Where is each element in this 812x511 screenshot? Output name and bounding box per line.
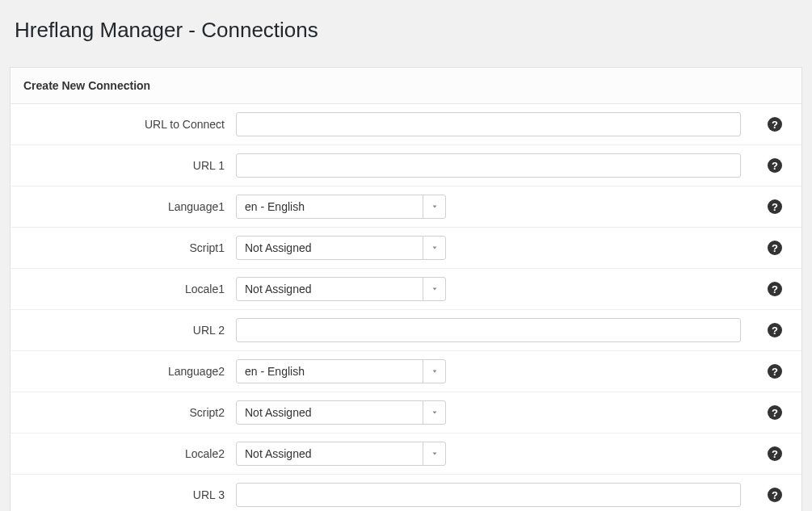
help-icon[interactable]: ? xyxy=(768,405,782,420)
form-row-script2: Script2Not Assigned? xyxy=(11,392,801,434)
label-url2: URL 2 xyxy=(22,324,236,337)
help-icon[interactable]: ? xyxy=(768,241,782,255)
help-icon[interactable]: ? xyxy=(768,488,782,502)
label-locale2: Locale2 xyxy=(22,447,236,460)
chevron-down-icon xyxy=(423,195,445,218)
label-url_to_connect: URL to Connect xyxy=(22,118,236,131)
locale1-select[interactable]: Not Assigned xyxy=(236,277,446,301)
help-icon[interactable]: ? xyxy=(768,199,782,214)
field-col-url1 xyxy=(236,153,747,178)
form-row-locale2: Locale2Not Assigned? xyxy=(11,434,801,475)
field-col-url_to_connect xyxy=(236,112,747,136)
chevron-down-icon xyxy=(423,442,445,465)
help-col-language2: ? xyxy=(747,364,790,379)
form-row-script1: Script1Not Assigned? xyxy=(11,228,801,269)
help-icon[interactable]: ? xyxy=(768,282,782,296)
field-col-url3 xyxy=(236,483,747,507)
field-col-locale1: Not Assigned xyxy=(236,277,747,301)
help-col-language1: ? xyxy=(747,199,790,214)
help-icon[interactable]: ? xyxy=(768,158,782,173)
help-icon[interactable]: ? xyxy=(768,446,782,461)
url3-input[interactable] xyxy=(236,483,741,507)
form-row-url3: URL 3? xyxy=(11,475,801,511)
chevron-down-icon xyxy=(423,360,445,383)
field-col-language1: en - English xyxy=(236,195,747,219)
field-col-language2: en - English xyxy=(236,359,747,383)
help-col-url2: ? xyxy=(747,323,790,337)
label-script1: Script1 xyxy=(22,241,236,254)
language2-select-value: en - English xyxy=(237,365,423,378)
form-row-language1: Language1en - English? xyxy=(11,186,801,228)
help-col-script2: ? xyxy=(747,405,790,420)
form-row-url_to_connect: URL to Connect? xyxy=(11,104,801,145)
help-icon[interactable]: ? xyxy=(768,364,782,379)
field-col-url2 xyxy=(236,318,747,342)
page-title: Hreflang Manager - Connections xyxy=(15,18,802,43)
language2-select[interactable]: en - English xyxy=(236,359,446,383)
script1-select[interactable]: Not Assigned xyxy=(236,236,446,260)
locale1-select-value: Not Assigned xyxy=(237,283,423,295)
form-body: URL to Connect?URL 1?Language1en - Engli… xyxy=(11,104,801,511)
script2-select[interactable]: Not Assigned xyxy=(236,400,446,425)
chevron-down-icon xyxy=(423,401,445,424)
locale2-select-value: Not Assigned xyxy=(237,447,423,460)
locale2-select[interactable]: Not Assigned xyxy=(236,442,446,466)
label-language2: Language2 xyxy=(22,365,236,378)
url_to_connect-input[interactable] xyxy=(236,112,741,136)
label-url1: URL 1 xyxy=(22,159,236,172)
label-locale1: Locale1 xyxy=(22,283,236,295)
panel-heading: Create New Connection xyxy=(11,68,801,104)
label-language1: Language1 xyxy=(22,200,236,213)
help-icon[interactable]: ? xyxy=(768,323,782,337)
form-row-language2: Language2en - English? xyxy=(11,351,801,392)
language1-select-value: en - English xyxy=(237,200,423,213)
help-col-locale2: ? xyxy=(747,446,790,461)
form-row-locale1: Locale1Not Assigned? xyxy=(11,269,801,310)
chevron-down-icon xyxy=(423,278,445,300)
help-icon[interactable]: ? xyxy=(768,117,782,132)
label-url3: URL 3 xyxy=(22,488,236,501)
field-col-script1: Not Assigned xyxy=(236,236,747,260)
help-col-script1: ? xyxy=(747,241,790,255)
field-col-locale2: Not Assigned xyxy=(236,442,747,466)
help-col-locale1: ? xyxy=(747,282,790,296)
label-script2: Script2 xyxy=(22,406,236,419)
form-row-url1: URL 1? xyxy=(11,145,801,186)
field-col-script2: Not Assigned xyxy=(236,400,747,425)
form-row-url2: URL 2? xyxy=(11,310,801,351)
help-col-url_to_connect: ? xyxy=(747,117,790,132)
help-col-url1: ? xyxy=(747,158,790,173)
url1-input[interactable] xyxy=(236,153,741,178)
chevron-down-icon xyxy=(423,237,445,259)
help-col-url3: ? xyxy=(747,488,790,502)
language1-select[interactable]: en - English xyxy=(236,195,446,219)
create-connection-panel: Create New Connection URL to Connect?URL… xyxy=(10,67,802,511)
url2-input[interactable] xyxy=(236,318,741,342)
script2-select-value: Not Assigned xyxy=(237,406,423,419)
script1-select-value: Not Assigned xyxy=(237,241,423,254)
